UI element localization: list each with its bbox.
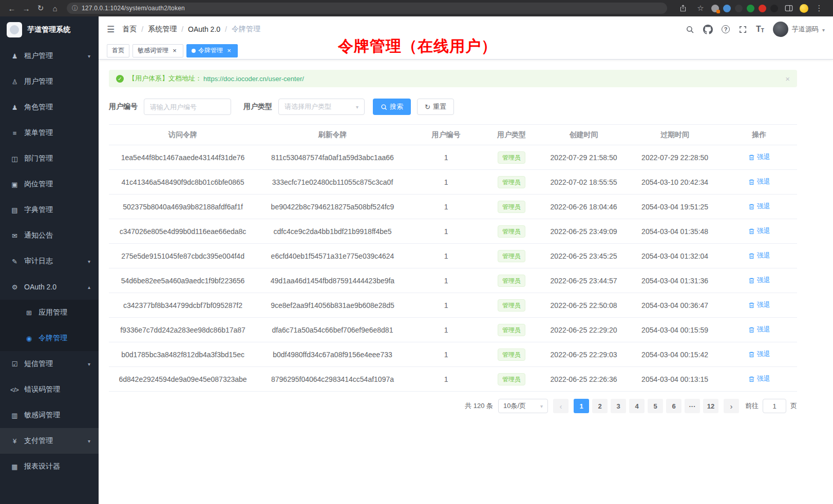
sidebar-item-payment[interactable]: ¥ 支付管理 ▾ [0,428,99,454]
page-button-5[interactable]: 5 [648,399,663,413]
doc-link[interactable]: https://doc.iocoder.cn/user-center/ [203,75,304,83]
github-icon[interactable] [703,25,713,34]
alert-text: 【用户体系】文档地址： [128,74,202,83]
site-info-icon[interactable]: ⓘ [72,4,78,13]
delete-icon [748,376,755,382]
next-page-button[interactable]: › [724,399,739,413]
page-button-1[interactable]: 1 [574,399,589,413]
share-icon[interactable] [676,2,690,14]
dict-icon: ▤ [10,206,18,214]
force-logout-button[interactable]: 强退 [748,350,770,359]
goto-page-input[interactable] [763,399,786,413]
user-menu[interactable]: 芋道源码 ▾ [773,22,825,37]
page-button-12[interactable]: 12 [703,399,718,413]
access-token-cell: 41c41346a548490f9dc8b01c6bfe0865 [109,170,257,195]
caret-down-icon: ▾ [356,104,358,110]
page-size-value: 10条/页 [503,401,526,411]
force-logout-button[interactable]: 强退 [748,276,770,285]
sidebar-item-user[interactable]: ♙ 用户管理 [0,69,99,94]
side-panel-icon[interactable] [782,2,796,14]
breadcrumb-home[interactable]: 首页 [122,25,137,34]
sidebar-item-oauth2[interactable]: ⚙ OAuth 2.0 ▴ [0,274,99,300]
close-icon[interactable]: × [225,47,233,54]
force-logout-button[interactable]: 强退 [748,177,770,186]
force-logout-button[interactable]: 强退 [748,152,770,162]
tab-token[interactable]: 令牌管理 × [186,44,238,57]
user-type-badge: 管理员 [498,176,525,188]
page-button-2[interactable]: 2 [592,399,608,413]
delete-icon [748,154,755,161]
breadcrumb-oauth2[interactable]: OAuth 2.0 [188,25,220,33]
user-id-input[interactable] [144,99,231,115]
reset-button[interactable]: ↻ 重置 [417,99,454,115]
filter-bar: 用户编号 用户类型 请选择用户类型 ▾ 搜索 ↻ 重置 [109,99,797,115]
close-icon[interactable]: × [171,47,178,54]
browser-menu-icon[interactable]: ⋮ [812,2,826,14]
force-logout-button[interactable]: 强退 [748,226,770,236]
address-bar[interactable]: ⓘ 127.0.0.1:1024/system/oauth2/token [67,3,667,14]
force-logout-button[interactable]: 强退 [748,374,770,383]
help-icon[interactable] [722,25,730,33]
sidebar-item-post[interactable]: ▣ 岗位管理 [0,171,99,197]
extension-icon[interactable] [747,5,754,12]
sidebar-item-oauth2-app[interactable]: ⊞ 应用管理 [0,300,99,325]
user-id-label: 用户编号 [109,102,138,111]
extension-icon[interactable] [723,5,731,12]
delete-icon [748,253,755,259]
sidebar-item-tenant[interactable]: ♟ 租户管理 ▾ [0,43,99,69]
action-cell: 强退 [722,170,797,195]
sidebar-item-sensitive-word[interactable]: ▥ 敏感词管理 [0,402,99,428]
browser-actions: ☆ ⋮ [676,2,828,14]
user-type-badge: 管理员 [498,348,525,361]
sidebar-item-menu[interactable]: ≡ 菜单管理 [0,120,99,146]
forward-button[interactable]: → [20,2,33,14]
app-icon: ⊞ [25,309,33,317]
font-size-icon[interactable] [756,25,764,34]
search-button[interactable]: 搜索 [373,99,411,115]
sidebar-item-dept[interactable]: ◫ 部门管理 [0,146,99,171]
bookmark-star-icon[interactable]: ☆ [694,2,707,14]
page-size-select[interactable]: 10条/页 ▾ [498,399,548,413]
back-button[interactable]: ← [5,2,18,14]
sidebar-item-notice[interactable]: ✉ 通知公告 [0,223,99,248]
alert-close-icon[interactable]: × [785,74,790,83]
sidebar-item-role[interactable]: ♟ 角色管理 [0,94,99,120]
search-icon[interactable] [686,25,694,34]
profile-avatar[interactable] [800,4,808,13]
user-type-select[interactable]: 请选择用户类型 ▾ [278,99,365,115]
refresh-token-cell: 333ecfc71e02480cb11055c875c3ca0f [257,170,408,195]
sidebar-item-dict[interactable]: ▤ 字典管理 [0,197,99,223]
extension-icon[interactable] [735,5,743,12]
tab-home[interactable]: 首页 [107,44,129,57]
action-cell: 强退 [722,293,797,318]
force-logout-button[interactable]: 强退 [748,325,770,334]
tab-sensitive-word[interactable]: 敏感词管理 × [132,44,183,57]
delete-icon [748,302,755,308]
sidebar-item-sms[interactable]: ☑ 短信管理 ▾ [0,351,99,377]
header-actions: 芋道源码 ▾ [686,22,825,37]
sidebar-item-oauth2-token[interactable]: ◉ 令牌管理 [0,325,99,351]
sidebar-item-error-code[interactable]: </> 错误码管理 [0,377,99,402]
extension-icon[interactable] [770,5,778,12]
sidebar-item-report-designer[interactable]: ▦ 报表设计器 [0,454,99,479]
caret-down-icon: ▾ [822,27,825,33]
extension-icon[interactable] [711,5,719,12]
force-logout-button[interactable]: 强退 [748,300,770,309]
sidebar-item-audit-log[interactable]: ✎ 审计日志 ▾ [0,248,99,274]
extension-icon[interactable] [759,5,766,12]
breadcrumb-system[interactable]: 系统管理 [148,25,177,34]
action-cell: 强退 [722,244,797,268]
page-button-4[interactable]: 4 [629,399,645,413]
reload-button[interactable]: ↻ [34,2,47,14]
page-button-6[interactable]: 6 [666,399,681,413]
expire-time-cell: 2054-03-04 01:32:04 [629,244,722,268]
force-logout-button[interactable]: 强退 [748,202,770,211]
sidebar-collapse-icon[interactable]: ☰ [107,24,115,35]
page-button-3[interactable]: 3 [611,399,626,413]
home-button[interactable]: ⌂ [48,2,62,14]
page-ellipsis-button[interactable]: ··· [685,399,700,413]
access-token-cell: b0d1785bc3a8482f812db4a3f3bd15ec [109,342,257,367]
table-row: c342377bf8b344799dcbf7bf095287f2 9ce8ef2… [109,293,797,318]
fullscreen-icon[interactable] [739,25,747,34]
force-logout-button[interactable]: 强退 [748,251,770,260]
